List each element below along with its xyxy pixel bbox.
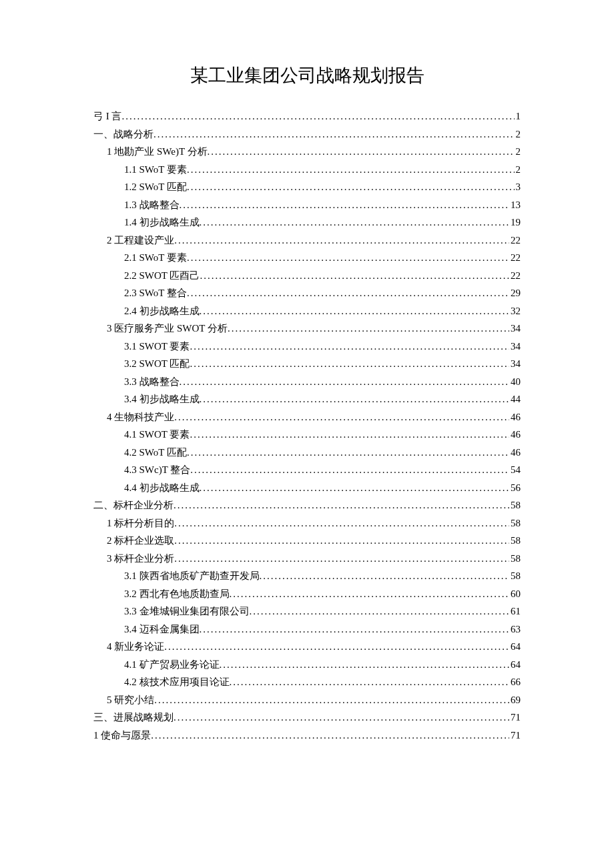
toc-dots	[164, 642, 509, 652]
toc-entry-page: 64	[509, 642, 521, 652]
toc-entry: 4.1 SWOT 要素 46	[93, 430, 521, 440]
toc-entry-page: 32	[509, 306, 521, 316]
toc-entry-label: 4.2 SWoT 匹配	[124, 448, 187, 458]
toc-entry: 二、标杆企业分析 58	[93, 500, 521, 510]
toc-entry: 三、进展战略规划 71	[93, 713, 521, 723]
toc-dots	[200, 483, 510, 493]
toc-entry-label: 3 医疗服务产业 SWOT 分析	[107, 324, 228, 334]
toc-entry-page: 34	[509, 359, 521, 369]
toc-entry-page: 58	[509, 500, 521, 510]
toc-entry: 1.3 战略整合 13	[93, 200, 521, 210]
toc-entry: 2 工程建设产业22	[93, 236, 521, 246]
toc-entry-label: 3.3 金堆城铜业集团有限公司	[124, 606, 250, 616]
toc-dots	[187, 448, 509, 458]
toc-entry: 2 标杆企业选取58	[93, 536, 521, 546]
toc-dots	[187, 165, 515, 175]
document-title: 某工业集团公司战略规划报告	[93, 67, 521, 85]
toc-dots	[200, 394, 510, 404]
toc-entry: 5 研究小结69	[93, 695, 521, 705]
toc-entry-page: 19	[509, 218, 521, 228]
toc-entry-page: 46	[509, 430, 521, 440]
toc-entry-label: 1 标杆分析目的	[107, 518, 174, 528]
toc-entry-label: 3 标杆企业分析	[107, 554, 174, 564]
toc-dots	[230, 589, 510, 599]
toc-entry-page: 63	[509, 624, 521, 634]
toc-entry: 4 生物科技产业46	[93, 412, 521, 422]
toc-entry-page: 61	[509, 606, 521, 616]
toc-entry-page: 46	[509, 412, 521, 422]
toc-dots	[200, 306, 510, 316]
toc-entry: 3.3 战略整合 40	[93, 377, 521, 387]
toc-entry: 3.1 陕西省地质矿产勘查开发局 58	[93, 571, 521, 581]
toc-entry-label: 3.2 SWOT 匹配	[124, 359, 190, 369]
toc-dots	[151, 731, 509, 741]
toc-dots	[220, 660, 510, 670]
toc-dots	[180, 200, 510, 210]
toc-dots	[208, 147, 515, 157]
toc-entry-label: 1.1 SWoT 要素	[124, 165, 187, 175]
toc-entry-page: 60	[509, 589, 521, 599]
toc-entry-page: 64	[509, 660, 521, 670]
toc-entry-label: 3.1 陕西省地质矿产勘查开发局	[124, 571, 260, 581]
toc-entry-label: 2.3 SWoT 整合	[124, 288, 187, 298]
toc-dots	[187, 288, 509, 298]
toc-dots	[154, 695, 509, 705]
toc-entry-label: 4 生物科技产业	[107, 412, 174, 422]
toc-dots	[174, 236, 509, 246]
toc-entry: 1 地勘产业 SWe)T 分析2	[93, 147, 521, 157]
toc-entry-label: 4.4 初步战略生成	[124, 483, 200, 493]
toc-entry: 1.1 SWoT 要素 2	[93, 165, 521, 175]
toc-entry-page: 34	[509, 324, 521, 334]
toc-entry-page: 13	[509, 200, 521, 210]
toc-entry: 1 标杆分析目的58	[93, 518, 521, 528]
toc-entry-label: 三、进展战略规划	[93, 713, 174, 723]
toc-dots	[190, 359, 509, 369]
toc-entry: 弓 I 言1	[93, 111, 521, 121]
toc-dots	[180, 377, 510, 387]
toc-entry: 一、战略分析 2	[93, 129, 521, 139]
toc-entry-label: 2.4 初步战略生成	[124, 306, 200, 316]
toc-entry-label: 4.1 矿产贸易业务论证	[124, 660, 220, 670]
toc-dots	[190, 342, 509, 352]
toc-entry-page: 29	[509, 288, 521, 298]
toc-entry-page: 66	[509, 677, 521, 687]
toc-entry: 4.2 SWoT 匹配46	[93, 448, 521, 458]
toc-dots	[174, 500, 509, 510]
toc-entry-page: 3	[515, 182, 521, 192]
toc-entry-label: 3.4 迈科金属集团	[124, 624, 200, 634]
toc-entry-label: 4.3 SWc)T 整合	[124, 465, 190, 475]
toc-entry-page: 56	[509, 483, 521, 493]
toc-dots	[190, 465, 509, 475]
toc-dots	[154, 129, 515, 139]
toc-dots	[174, 518, 509, 528]
toc-entry-page: 58	[509, 571, 521, 581]
toc-dots	[200, 271, 509, 281]
toc-dots	[200, 624, 510, 634]
toc-entry-label: 5 研究小结	[107, 695, 154, 705]
toc-entry-label: 1.4 初步战略生成	[124, 218, 200, 228]
toc-entry-page: 71	[509, 731, 521, 741]
toc-entry-page: 34	[509, 342, 521, 352]
toc-entry: 4.3 SWc)T 整合 54	[93, 465, 521, 475]
toc-entry: 4.2 核技术应用项目论证66	[93, 677, 521, 687]
toc-entry-label: 2.1 SWoT 要素	[124, 253, 187, 263]
toc-entry-label: 1.3 战略整合	[124, 200, 180, 210]
toc-dots	[122, 111, 515, 121]
toc-dots	[250, 606, 510, 616]
toc-entry-label: 3.2 西北有色地质勘查局	[124, 589, 230, 599]
toc-dots	[187, 182, 515, 192]
toc-entry-label: 一、战略分析	[93, 129, 154, 139]
toc-entry-page: 54	[509, 465, 521, 475]
toc-entry: 3.4 迈科金属集团63	[93, 624, 521, 634]
toc-entry: 1 使命与愿景71	[93, 731, 521, 741]
toc-dots	[174, 713, 509, 723]
toc-entry: 3.4 初步战略生成 44	[93, 394, 521, 404]
toc-entry: 4.1 矿产贸易业务论证 64	[93, 660, 521, 670]
toc-dots	[260, 571, 510, 581]
toc-entry-page: 22	[509, 236, 521, 246]
toc-dots	[187, 253, 509, 263]
toc-entry-page: 2	[515, 165, 521, 175]
toc-entry: 4.4 初步战略生成 56	[93, 483, 521, 493]
toc-entry: 3 医疗服务产业 SWOT 分析34	[93, 324, 521, 334]
toc-entry-label: 2 标杆企业选取	[107, 536, 174, 546]
